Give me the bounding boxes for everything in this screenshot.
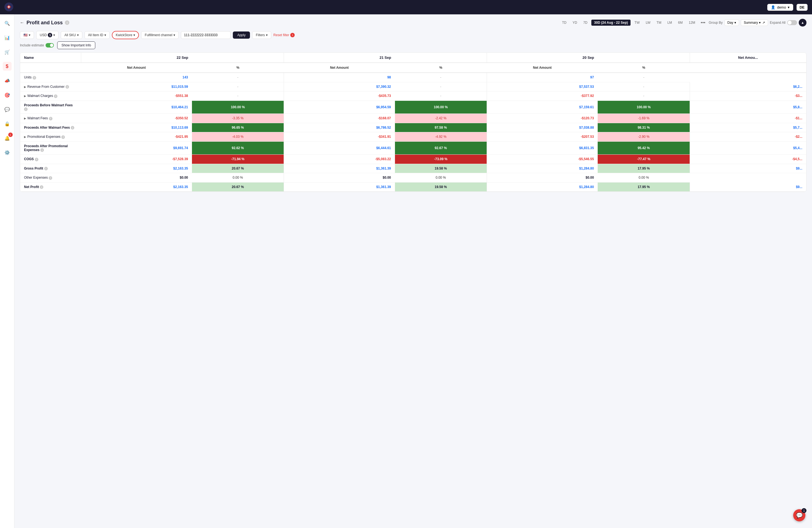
row-info-icon[interactable]: i	[71, 126, 74, 130]
reset-label: Reset filter	[273, 33, 289, 37]
date-filter-lm[interactable]: LM	[665, 19, 674, 26]
store-select[interactable]: KwickStore ▾	[112, 31, 139, 39]
more-options-button[interactable]: •••	[699, 20, 707, 25]
pct-cell: 100.00 %	[395, 101, 487, 114]
table-row: Proceeds Before Walmart Fees i$10,464.21…	[20, 101, 806, 114]
group-by-select[interactable]: Day ▾	[724, 19, 739, 26]
summary-select[interactable]: Summary ▾ ↗	[741, 19, 768, 26]
collapse-button[interactable]: ▲	[799, 19, 807, 27]
table-subheader: Net Amount % Net Amount % Net Amount %	[20, 63, 806, 73]
amount-cell: $1,284.80	[487, 164, 598, 173]
amount-cell: $10,113.69	[81, 123, 192, 132]
sku-select[interactable]: All SKU ▾	[61, 31, 82, 39]
chevron-down-icon: ▾	[735, 21, 736, 25]
sidebar-item-settings[interactable]: ⚙️	[3, 148, 12, 157]
date-filter-30d[interactable]: 30D (24 Aug - 22 Sep)	[591, 19, 630, 26]
sidebar-item-lock[interactable]: 🔒	[3, 119, 12, 128]
fulfillment-label: Fulfillment channel	[145, 33, 172, 37]
currency-badge: $	[48, 33, 52, 37]
currency-flag-select[interactable]: 🇺🇸 ▾	[20, 31, 34, 39]
apply-button[interactable]: Apply	[233, 31, 250, 39]
fulfillment-select[interactable]: Fulfillment channel ▾	[141, 31, 179, 39]
app-layout: 🔍 📊 🛒 $ 📣 🎯 💬 🔒 🔔 1 ⚙️ ← Profit and Loss…	[0, 14, 812, 528]
sidebar-item-dollar[interactable]: $	[3, 62, 12, 71]
pct-cell: 20.67 %	[192, 182, 284, 192]
data-table-container: Name 22 Sep 21 Sep 20 Sep Net Amou... Ne…	[20, 53, 807, 192]
row-name-cell: ▶Walmart Charges i	[20, 91, 81, 101]
expand-arrow[interactable]: ▶	[24, 117, 26, 120]
row-info-icon[interactable]: i	[61, 135, 65, 139]
amount-cell: -$377.92	[487, 91, 598, 101]
sidebar-item-search[interactable]: 🔍	[3, 19, 12, 28]
row-name-cell: Other Expenses i	[20, 173, 81, 182]
row-info-icon[interactable]: i	[49, 117, 53, 120]
pct-cell: -	[395, 91, 487, 101]
group-by-area: Group By Day ▾	[709, 19, 739, 26]
row-name-cell: ▶Promotional Expenses i	[20, 132, 81, 142]
back-button[interactable]: ←	[20, 20, 24, 25]
expand-arrow[interactable]: ▶	[24, 85, 26, 88]
amount-cell: $1,361.39	[284, 182, 395, 192]
demo-button[interactable]: 👤 demo ▾	[767, 4, 793, 11]
page-title: Profit and Loss	[27, 20, 63, 26]
expand-all-toggle[interactable]	[787, 20, 797, 25]
amount-cell: -$341.91	[284, 132, 395, 142]
row-name-cell: ▶Walmart Fees i	[20, 114, 81, 123]
flag-icon: 🇺🇸	[24, 33, 28, 37]
row-info-icon[interactable]: i	[35, 158, 39, 161]
sidebar-item-megaphone[interactable]: 📣	[3, 76, 12, 85]
item-id-select[interactable]: All Item ID ▾	[85, 31, 110, 39]
row-info-icon[interactable]: i	[66, 85, 69, 89]
pct-cell: -71.94 %	[192, 155, 284, 164]
row-info-icon[interactable]: i	[24, 107, 28, 111]
reset-filter-button[interactable]: Reset filter 1	[273, 33, 295, 37]
chat-bubble[interactable]: 💬 1	[793, 509, 806, 522]
sidebar-item-target[interactable]: 🎯	[3, 91, 12, 99]
pct-cell: -	[395, 82, 487, 91]
row-info-icon[interactable]: i	[40, 185, 43, 189]
sidebar-item-analytics[interactable]: 📊	[3, 33, 12, 42]
pct-cell: -	[598, 91, 690, 101]
date-filter-yd[interactable]: YD	[570, 19, 579, 26]
date-filter-tm[interactable]: TM	[654, 19, 663, 26]
amount-cell: $0.00	[284, 173, 395, 182]
expand-arrow[interactable]: ▶	[24, 135, 26, 138]
show-important-info-button[interactable]: Show Important Info	[57, 41, 95, 49]
table-row: Gross Profit i$2,163.3520.67 %$1,361.391…	[20, 164, 806, 173]
phone-input[interactable]	[181, 31, 231, 39]
row-info-icon[interactable]: i	[54, 94, 57, 98]
date-filter-6m[interactable]: 6M	[676, 19, 685, 26]
row-info-icon[interactable]: i	[48, 176, 52, 180]
group-by-label: Group By	[709, 21, 723, 25]
date-filter-td[interactable]: TD	[560, 19, 569, 26]
date-filter-12m[interactable]: 12M	[686, 19, 697, 26]
date-filter-7d[interactable]: 7D	[581, 19, 590, 26]
sidebar-item-notification[interactable]: 🔔 1	[3, 134, 12, 143]
group-by-value: Day	[727, 21, 733, 25]
sidebar-item-chat[interactable]: 💬	[3, 105, 12, 114]
row-name-cell: Units i	[20, 73, 81, 82]
date-filter-tw[interactable]: TW	[632, 19, 642, 26]
date-filters: TD YD 7D 30D (24 Aug - 22 Sep) TW LW TM …	[560, 19, 807, 27]
row-info-icon[interactable]: i	[44, 167, 48, 171]
date-header-22sep: 22 Sep	[81, 53, 284, 63]
row-info-icon[interactable]: i	[40, 148, 44, 152]
date-filter-lw[interactable]: LW	[643, 19, 653, 26]
pct-cell: -4.92 %	[395, 132, 487, 142]
expand-arrow[interactable]: ▶	[24, 94, 26, 98]
title-info-icon[interactable]: i	[65, 20, 69, 25]
language-button[interactable]: DE	[797, 4, 808, 11]
chevron-icon: ▾	[788, 5, 789, 10]
toggle-knob	[788, 21, 792, 25]
pct-cell: -	[598, 82, 690, 91]
sub-header-pct-3: %	[598, 63, 690, 73]
sidebar-item-cart[interactable]: 🛒	[3, 47, 12, 56]
amount-cell: -$120.73	[487, 114, 598, 123]
table-row: Other Expenses i$0.000.00 %$0.000.00 %$0…	[20, 173, 806, 182]
include-estimate-toggle[interactable]	[46, 43, 54, 47]
filters-button[interactable]: Filters ▾	[252, 31, 271, 39]
row-info-icon[interactable]: i	[33, 76, 36, 79]
chevron-icon: ▾	[29, 33, 30, 37]
currency-select[interactable]: USD $ ▾	[36, 31, 59, 39]
pct-cell: 17.95 %	[598, 164, 690, 173]
